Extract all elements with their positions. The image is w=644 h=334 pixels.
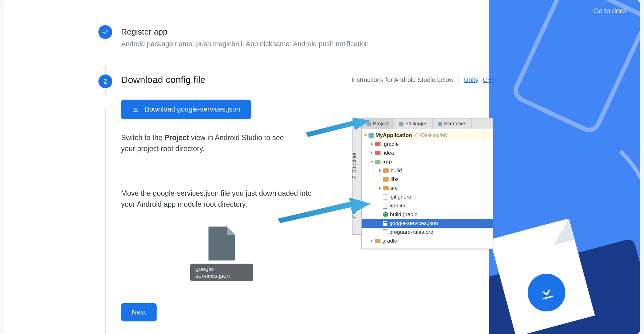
file-icon (383, 203, 387, 209)
folder-icon (383, 168, 389, 173)
tree-item[interactable]: src (362, 184, 493, 193)
download-google-services-button[interactable]: Download google-services.json (121, 100, 251, 119)
file-chip-label: google-services.json (190, 264, 253, 281)
download-circle-icon (523, 270, 569, 316)
tree-item-google-services[interactable]: google-services.json (362, 219, 493, 228)
tree-item[interactable]: build (362, 166, 493, 175)
folder-icon (383, 186, 389, 190)
instruction-1: Switch to the Project view in Android St… (121, 132, 291, 154)
google-services-file-chip: google-services.json (190, 227, 253, 281)
download-icon (132, 105, 140, 113)
tree-item[interactable]: libs (362, 175, 493, 184)
tree-item[interactable]: app.iml (362, 201, 493, 210)
gradle-icon (383, 212, 388, 217)
decorative-band (489, 0, 640, 334)
ide-tab-scratches[interactable]: Scratches (433, 118, 472, 129)
arrow-to-project-tab (306, 116, 372, 140)
next-button[interactable]: Next (121, 303, 157, 321)
go-to-docs-link[interactable]: Go to docs (593, 7, 627, 15)
module-folder-icon (375, 160, 380, 164)
folder-icon (383, 177, 389, 182)
cpp-link[interactable]: C++ (483, 76, 495, 84)
step1-title: Register app (121, 27, 495, 37)
download-button-label: Download google-services.json (144, 105, 240, 113)
step1-subtitle: Android package name: push.magicbell, Ap… (121, 40, 495, 48)
folder-icon (375, 142, 380, 146)
file-icon (208, 227, 235, 260)
folder-icon (375, 239, 380, 243)
project-tree: MyApplication(~/Desktop/My .gradle .idea… (362, 129, 493, 249)
arrow-to-google-services (278, 195, 372, 225)
divider-pipe: | (458, 76, 459, 84)
tree-item-app[interactable]: app (362, 157, 493, 166)
svg-marker-1 (278, 197, 371, 223)
structure-tab[interactable]: Z: Structure (352, 152, 357, 179)
android-studio-project-panel: Z: Structure Capt Project Packages Scrat… (361, 118, 493, 249)
folder-icon (399, 122, 403, 126)
tree-item[interactable]: gradle (362, 237, 493, 245)
step2-indicator: 2 (98, 74, 112, 88)
tree-item[interactable]: build.gradle (362, 210, 493, 219)
json-file-icon (383, 221, 387, 226)
folder-icon (375, 151, 380, 155)
check-icon (102, 29, 109, 36)
tree-item[interactable]: .idea (362, 149, 493, 157)
file-icon (383, 229, 387, 235)
step-register-app: Register app Android package name: push.… (98, 25, 495, 48)
tree-root[interactable]: MyApplication(~/Desktop/My (362, 131, 493, 140)
step2-platform-links: Instructions for Android Studio below | … (352, 76, 495, 84)
ide-tab-packages[interactable]: Packages (394, 118, 433, 129)
unity-link[interactable]: Unity (464, 76, 479, 84)
tree-item[interactable]: .gradle (362, 140, 493, 149)
step1-indicator-check (98, 25, 112, 39)
step2-title: Download config file (121, 74, 206, 85)
tree-item[interactable]: proguard-rules.pro (362, 228, 493, 237)
svg-marker-0 (306, 118, 370, 137)
folder-icon (438, 122, 442, 126)
tree-item[interactable]: .gitignore (362, 193, 493, 201)
file-icon (383, 194, 387, 200)
instructions-label: Instructions for Android Studio below (352, 76, 454, 84)
